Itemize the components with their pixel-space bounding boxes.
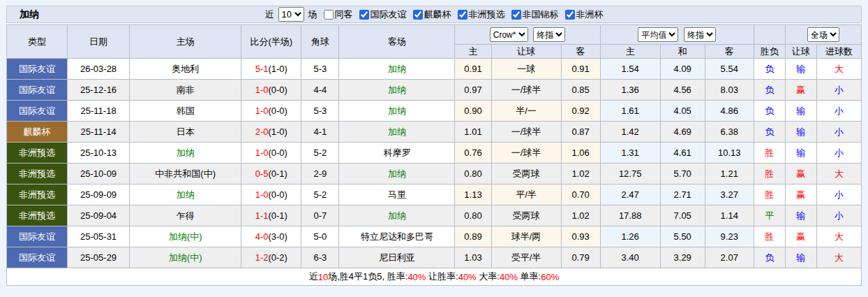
crown-handicap-line: 受两球 xyxy=(491,205,561,226)
score-cell: 1-0(0-0) xyxy=(241,80,301,101)
column-header-date: 日期 xyxy=(68,25,130,59)
crown-odds-home: 0.80 xyxy=(455,205,491,226)
avg-odds-draw: 4.69 xyxy=(660,122,705,143)
match-date: 25-05-29 xyxy=(68,247,130,268)
handicap-result-cell: 输 xyxy=(785,143,816,164)
match-date: 25-09-09 xyxy=(68,184,130,205)
goals-result-cell: 小 xyxy=(816,143,861,164)
avg-odds-home: 12.75 xyxy=(600,164,660,184)
sub-header-avg-draw: 和 xyxy=(660,45,705,59)
avg-odds-draw: 4.09 xyxy=(660,59,705,80)
score-cell: 1-0(0-0) xyxy=(241,184,301,205)
home-team: 乍得 xyxy=(130,205,241,226)
away-team: 尼日利亚 xyxy=(339,247,455,268)
home-team: 中非共和国(中) xyxy=(130,164,241,184)
crown-odds-away: 0.70 xyxy=(561,184,600,205)
avg-odds-home: 1.42 xyxy=(600,122,660,143)
corners-cell: 5-2 xyxy=(301,184,339,205)
odds-company-select[interactable]: Crow* xyxy=(490,27,528,42)
outcome-cell: 胜 xyxy=(754,226,785,247)
avg-odds-home: 17.88 xyxy=(600,205,660,226)
column-header-corners: 角球 xyxy=(301,25,339,59)
same-away-checkbox[interactable] xyxy=(324,10,334,20)
handicap-result-cell: 输 xyxy=(785,247,816,268)
match-type-badge: 非洲预选 xyxy=(7,143,68,164)
same-away-label: 同客 xyxy=(335,8,353,21)
corners-cell: 5-3 xyxy=(301,101,339,122)
away-team: 加纳 xyxy=(339,80,455,101)
competition-checkbox-afcon[interactable] xyxy=(565,10,575,20)
competition-checkbox-kirin-cup[interactable] xyxy=(413,10,423,20)
scope-group-header: 全场 xyxy=(785,25,861,45)
avg-odds-draw: 4.05 xyxy=(660,101,705,122)
summary-text: 40% xyxy=(500,272,518,282)
avg-odds-away: 10.13 xyxy=(705,143,754,164)
average-time-select[interactable]: 终指 xyxy=(684,27,716,42)
sub-header-home-odds: 主 xyxy=(455,45,491,59)
goals-result-cell: 小 xyxy=(816,184,861,205)
crown-odds-home: 1.01 xyxy=(455,122,491,143)
table-row: 非洲预选 25-09-09 加纳 1-0(0-0) 5-2 马里 1.13 平/… xyxy=(7,184,862,205)
outcome-cell: 胜 xyxy=(754,164,785,184)
home-team: 南非 xyxy=(130,80,241,101)
avg-odds-draw: 5.50 xyxy=(660,226,705,247)
away-team: 特立尼达和多巴哥 xyxy=(339,226,455,247)
away-team: 加纳 xyxy=(339,122,455,143)
average-select[interactable]: 平均值 xyxy=(638,27,678,42)
avg-odds-home: 1.54 xyxy=(600,59,660,80)
away-team: 科摩罗 xyxy=(339,143,455,164)
match-date: 25-09-04 xyxy=(68,205,130,226)
corners-cell: 5-2 xyxy=(301,143,339,164)
crown-handicap-line: 球半/两 xyxy=(491,226,561,247)
crown-odds-away: 0.91 xyxy=(561,59,600,80)
odds-time-select[interactable]: 终指 xyxy=(533,27,565,42)
goals-result-cell: 大 xyxy=(816,59,861,80)
table-row: 麒麟杯 25-11-14 日本 2-0(1-0) 4-1 加纳 1.01 一/球… xyxy=(7,122,862,143)
avg-odds-draw: 2.71 xyxy=(660,184,705,205)
crown-odds-home: 0.91 xyxy=(455,59,491,80)
avg-odds-away: 4.86 xyxy=(705,101,754,122)
summary-text: 40% xyxy=(407,272,426,282)
competition-checkbox-afr-qualifiers[interactable] xyxy=(458,10,467,20)
handicap-result-cell: 赢 xyxy=(785,226,816,247)
same-away-filter: 同客 xyxy=(320,8,353,21)
crown-odds-home: 0.89 xyxy=(455,226,491,247)
away-team: 加纳 xyxy=(339,164,455,184)
corners-cell: 4-4 xyxy=(301,80,339,101)
match-date: 25-11-14 xyxy=(68,122,130,143)
avg-odds-home: 3.40 xyxy=(600,247,660,268)
avg-odds-away: 1.21 xyxy=(705,164,754,184)
scope-select[interactable]: 全场 xyxy=(807,27,839,42)
sub-header-goals: 进球数 xyxy=(816,45,861,59)
avg-odds-draw: 5.70 xyxy=(660,164,705,184)
competition-checkbox-friendly[interactable] xyxy=(359,10,369,20)
crown-odds-away: 1.02 xyxy=(561,164,600,184)
score-cell: 4-0(3-0) xyxy=(241,226,301,247)
summary-text: 单率: xyxy=(518,270,541,283)
match-history-table: 类型 日期 主场 比分(半场) 角球 客场 Crow* 终指 平均值 终指 全场 xyxy=(6,24,862,268)
home-team: 加纳 xyxy=(130,184,241,205)
avg-odds-home: 1.26 xyxy=(600,226,660,247)
goals-result-cell: 小 xyxy=(816,122,861,143)
sub-header-avg-home: 主 xyxy=(600,45,660,59)
table-row: 国际友谊 25-05-29 加纳(中) 1-2(0-2) 6-3 尼日利亚 1.… xyxy=(7,247,862,268)
match-type-badge: 非洲预选 xyxy=(7,184,68,205)
competition-label: 非国锦标 xyxy=(523,8,559,21)
away-team: 加纳 xyxy=(339,101,455,122)
competition-checkbox-chan[interactable] xyxy=(511,10,521,20)
away-team: 加纳 xyxy=(339,205,455,226)
match-date: 25-10-09 xyxy=(68,164,130,184)
sub-header-handicap-result: 让球 xyxy=(785,45,816,59)
recent-count-select[interactable]: 10 xyxy=(278,7,304,22)
competition-filter-afr-qualifiers: 非洲预选 xyxy=(454,8,505,21)
avg-odds-away: 6.38 xyxy=(705,122,754,143)
table-row: 非洲预选 25-10-13 加纳 1-0(0-0) 5-2 科摩罗 0.76 一… xyxy=(7,143,862,164)
avg-odds-away: 1.14 xyxy=(705,205,754,226)
match-date: 25-12-16 xyxy=(68,80,130,101)
crown-handicap-line: 半/一 xyxy=(491,101,561,122)
goals-result-cell: 小 xyxy=(816,205,861,226)
away-team: 马里 xyxy=(339,184,455,205)
handicap-result-cell: 赢 xyxy=(785,164,816,184)
avg-odds-away: 2.07 xyxy=(705,247,754,268)
sub-header-avg-away: 客 xyxy=(705,45,754,59)
